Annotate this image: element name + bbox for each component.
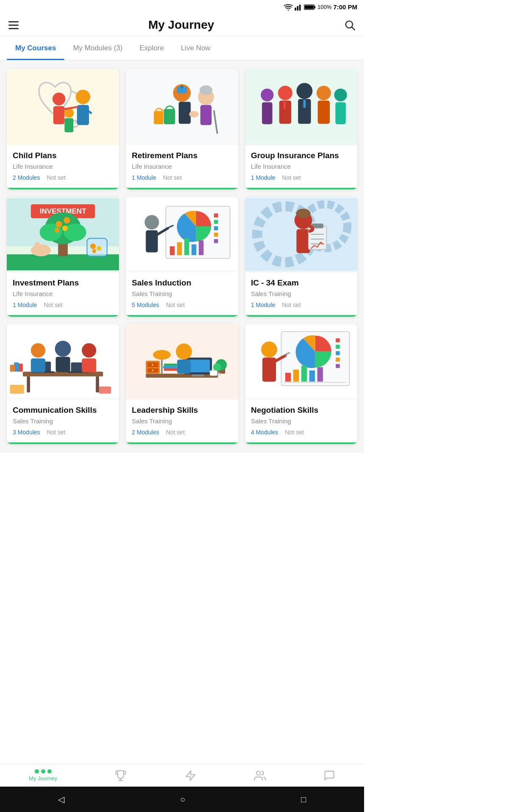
course-meta-negotiation-skills: 4 Modules Not set [251,429,351,436]
android-recent-button[interactable]: □ [301,795,306,804]
course-title-sales-induction: Sales Induction [132,278,232,288]
svg-rect-2 [297,6,298,11]
svg-rect-93 [27,376,30,392]
flash-icon [185,770,196,782]
svg-point-124 [152,370,154,371]
course-image-ic34-exam [245,196,357,272]
status-time: 7:00 PM [333,3,357,11]
svg-point-104 [55,341,71,357]
nav-item-my-journey[interactable]: My Journey [29,769,57,782]
svg-rect-42 [303,100,306,108]
tab-live-now[interactable]: Live Now [172,36,219,60]
svg-rect-85 [296,229,310,253]
course-image-negotiation-skills [245,324,357,400]
course-card-leadership-skills[interactable]: Leadership Skills Sales Training 2 Modul… [126,324,238,444]
course-image-child-plans [7,69,119,145]
android-back-button[interactable]: ◁ [58,794,64,804]
menu-button[interactable] [8,21,19,29]
svg-point-22 [180,85,184,89]
svg-marker-149 [186,771,195,780]
svg-rect-141 [301,365,306,381]
svg-rect-114 [192,374,204,376]
svg-rect-135 [336,345,340,348]
course-modules-ic34-exam: 1 Module [251,302,276,308]
course-modules-child-plans: 2 Modules [13,174,40,181]
svg-point-52 [64,223,86,241]
svg-rect-43 [284,102,286,109]
course-card-child-plans[interactable]: Child Plans Life Insurance 2 Modules Not… [7,69,119,189]
course-info-ic34-exam: IC - 34 Exam Sales Training 1 Module Not… [245,272,357,317]
course-meta-ic34-exam: 1 Module Not set [251,302,351,308]
svg-rect-68 [214,226,218,230]
svg-rect-105 [56,357,70,372]
course-meta-child-plans: 2 Modules Not set [13,174,113,181]
course-info-leadership-skills: Leadership Skills Sales Training 2 Modul… [126,400,238,444]
svg-rect-29 [154,111,164,124]
svg-rect-75 [199,240,204,255]
tabs-bar: My Courses My Modules (3) Explore Live N… [0,36,364,60]
android-home-button[interactable]: ○ [180,795,185,804]
course-category-communication-skills: Sales Training [13,417,113,425]
course-category-retirement-plans: Life Insurance [132,163,232,170]
svg-point-76 [145,215,159,230]
course-card-sales-induction[interactable]: Sales Induction Sales Training 5 Modules… [126,196,238,317]
nav-item-flash[interactable] [185,770,196,782]
course-info-group-insurance: Group Insurance Plans Life Insurance 1 M… [245,145,357,189]
svg-rect-109 [99,387,111,394]
page-title: My Journey [148,18,214,32]
svg-rect-117 [164,368,178,371]
svg-rect-39 [318,101,329,124]
course-card-negotiation-skills[interactable]: Negotiation Skills Sales Training 4 Modu… [245,324,357,444]
course-card-communication-skills[interactable]: Communication Skills Sales Training 3 Mo… [7,324,119,444]
course-card-group-insurance[interactable]: Group Insurance Plans Life Insurance 1 M… [245,69,357,189]
svg-point-56 [55,228,59,233]
course-image-retirement-plans [126,69,238,145]
tab-explore[interactable]: Explore [131,36,173,60]
svg-rect-16 [64,118,73,132]
svg-point-55 [62,225,68,231]
course-meta-investment-plans: 1 Module Not set [13,302,113,308]
course-image-group-insurance [245,69,357,145]
header: My Journey [0,14,364,36]
course-title-investment-plans: Investment Plans [13,278,113,288]
course-modules-sales-induction: 5 Modules [132,302,159,308]
nav-item-community[interactable] [254,770,266,782]
svg-rect-129 [177,359,191,373]
tab-my-modules[interactable]: My Modules (3) [64,36,131,60]
svg-rect-138 [336,364,340,368]
course-card-retirement-plans[interactable]: Retirement Plans Life Insurance 1 Module… [126,69,238,189]
course-schedule-sales-induction: Not set [166,302,185,308]
svg-rect-108 [10,385,24,394]
course-card-ic34-exam[interactable]: IC - 34 Exam Sales Training 1 Module Not… [245,196,357,317]
course-schedule-group-insurance: Not set [282,174,301,181]
course-schedule-ic34-exam: Not set [282,302,301,308]
course-info-child-plans: Child Plans Life Insurance 2 Modules Not… [7,145,119,189]
course-title-child-plans: Child Plans [13,151,113,160]
svg-point-60 [90,244,96,249]
svg-rect-67 [214,220,218,224]
battery-icon [304,4,316,11]
battery-percent: 100% [318,4,331,10]
svg-rect-23 [179,102,190,124]
course-schedule-leadership-skills: Not set [166,429,185,436]
android-nav-bar: ◁ ○ □ [0,787,364,812]
svg-point-54 [64,217,70,223]
course-modules-communication-skills: 3 Modules [13,429,40,436]
nav-item-messages[interactable] [323,770,335,782]
course-title-negotiation-skills: Negotiation Skills [251,406,351,415]
course-meta-communication-skills: 3 Modules Not set [13,429,113,436]
course-info-investment-plans: Investment Plans Life Insurance 1 Module… [7,272,119,317]
search-icon[interactable] [344,19,356,31]
tab-my-courses[interactable]: My Courses [7,36,64,60]
status-bar: 100% 7:00 PM [0,0,364,14]
course-meta-sales-induction: 5 Modules Not set [132,302,232,308]
svg-rect-1 [295,7,296,10]
community-icon [254,770,266,782]
course-category-negotiation-skills: Sales Training [251,417,351,425]
course-card-investment-plans[interactable]: INVESTMENT [7,196,119,317]
course-image-leadership-skills [126,324,238,400]
nav-item-achievements[interactable] [115,770,127,782]
nav-label-my-journey: My Journey [29,775,57,782]
course-schedule-negotiation-skills: Not set [285,429,304,436]
svg-rect-72 [177,242,182,255]
